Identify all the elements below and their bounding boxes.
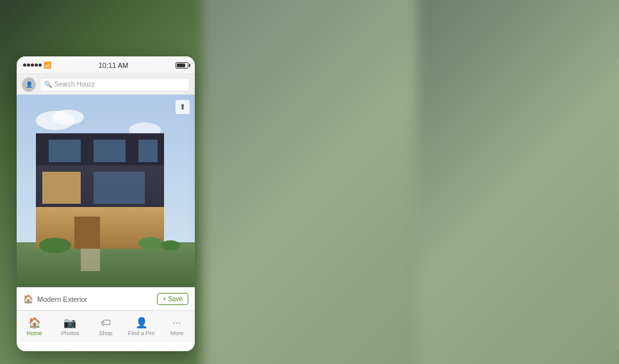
- svg-rect-9: [138, 140, 158, 162]
- status-left: 📶: [23, 62, 51, 69]
- status-bar-left: 📶 10:11 AM: [17, 56, 195, 74]
- hero-label-bar: 🏠 Modern Exterior + Save: [17, 287, 195, 310]
- nav-shop-icon-left: 🏷: [101, 317, 111, 329]
- status-time-left: 10:11 AM: [99, 62, 128, 69]
- svg-point-16: [161, 240, 180, 251]
- svg-rect-17: [81, 249, 100, 271]
- hero-label-text: 🏠 Modern Exterior: [23, 294, 87, 304]
- svg-point-15: [138, 237, 164, 250]
- svg-rect-13: [74, 217, 100, 249]
- svg-rect-8: [94, 140, 126, 162]
- nav-more-icon-left: ···: [173, 317, 181, 329]
- search-icon-left: 🔍: [44, 81, 52, 88]
- nav-findpro-left[interactable]: 👤 Find a Pro: [124, 311, 160, 342]
- svg-point-14: [39, 238, 71, 253]
- svg-rect-7: [49, 140, 81, 162]
- save-button-left[interactable]: + Save: [157, 293, 188, 305]
- nav-shop-left[interactable]: 🏷 Shop: [88, 311, 124, 342]
- house-illustration: [17, 95, 195, 287]
- avatar-left: 👤: [22, 78, 36, 92]
- bottom-nav-left: 🏠 Home 📷 Photos 🏷 Shop 👤 Find a Pro ··· …: [17, 310, 195, 342]
- nav-home-left[interactable]: 🏠 Home: [17, 311, 53, 342]
- home-label-icon: 🏠: [23, 294, 33, 304]
- nav-home-icon-left: 🏠: [28, 317, 41, 329]
- section-discover-products: Discover unique products 📶 10:11 AM 👤 🔍 …: [427, 0, 619, 364]
- svg-rect-10: [42, 172, 81, 204]
- share-button[interactable]: ⬆: [176, 100, 190, 114]
- nav-photos-left[interactable]: 📷 Photos: [53, 311, 88, 342]
- nav-more-left[interactable]: ··· More: [159, 311, 195, 342]
- nav-photos-icon-left: 📷: [63, 317, 76, 329]
- search-bar-left[interactable]: 👤 🔍 Search Houzz: [17, 74, 195, 95]
- nav-findpro-icon-left: 👤: [135, 317, 148, 329]
- hero-photo: ⬆: [17, 95, 195, 287]
- status-right-left: [176, 62, 188, 69]
- svg-rect-11: [94, 172, 145, 204]
- section-browse-photos: Browse and save photos 📶 10:11 AM 👤 🔍 Se…: [213, 0, 427, 364]
- search-input-left[interactable]: 🔍 Search Houzz: [40, 78, 190, 92]
- phone-left: 📶 10:11 AM 👤 🔍 Search Houzz: [17, 56, 195, 351]
- section-discover-ideas: Discover ideas for your home 📶 10:11 AM: [0, 0, 213, 364]
- svg-point-2: [52, 110, 84, 125]
